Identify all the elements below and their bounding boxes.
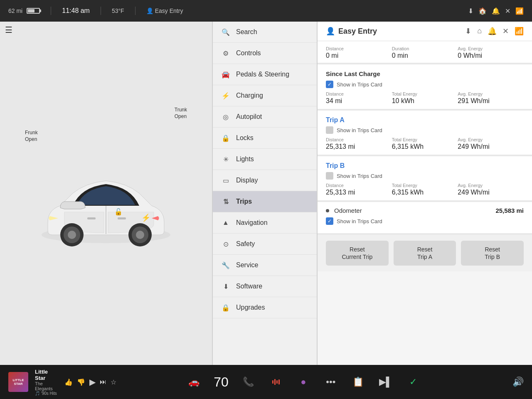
trip-a-checkbox[interactable] — [326, 126, 333, 134]
menu-label-safety: Safety — [236, 240, 255, 248]
menu-item-controls[interactable]: ⚙ Controls — [213, 43, 317, 64]
reset-trip-b-button[interactable]: Reset Trip B — [461, 241, 524, 266]
menu-item-display[interactable]: ▭ Display — [213, 170, 317, 191]
status-icons: ⬇ 🏠 🔔 ✕ 📶 — [468, 7, 524, 15]
service-icon: 🔧 — [221, 261, 230, 270]
notes-taskbar-icon[interactable]: 📋 — [351, 374, 366, 389]
trips-title: 👤 Easy Entry — [326, 27, 377, 36]
easy-entry-distance: Distance 0 mi — [326, 46, 392, 59]
signal-status-icon: 📶 — [515, 7, 524, 15]
since-charge-section: Since Last Charge ✓ Show in Trips Card D… — [318, 64, 532, 111]
bell-status-icon[interactable]: 🔔 — [492, 7, 500, 15]
star-button[interactable]: ☆ — [111, 378, 116, 386]
controls-icon: ⚙ — [221, 49, 230, 58]
hamburger-icon[interactable]: ☰ — [5, 25, 12, 35]
battery-icon — [27, 8, 40, 14]
media-taskbar-icon[interactable]: ▶▌ — [378, 374, 393, 389]
since-charge-avg-energy: Avg. Energy 291 Wh/mi — [458, 91, 524, 105]
music-artist: The Elegants — [35, 381, 58, 391]
menu-item-software[interactable]: ⬇ Software — [213, 276, 317, 297]
lights-icon: ✳ — [221, 155, 230, 164]
volume-icon[interactable]: 🔊 — [512, 377, 524, 387]
menu-item-charging[interactable]: ⚡ Charging — [213, 85, 317, 106]
svg-rect-2 — [87, 217, 96, 219]
menu-item-pedals[interactable]: 🚘 Pedals & Steering — [213, 64, 317, 85]
trip-b-checkbox[interactable] — [326, 172, 333, 180]
bell-trips-icon[interactable]: 🔔 — [488, 27, 497, 36]
x-trips-icon[interactable]: ✕ — [502, 27, 509, 36]
frunk-label: Frunk Open — [25, 130, 38, 143]
menu-item-locks[interactable]: 🔒 Locks — [213, 128, 317, 149]
menu-item-upgrades[interactable]: 🔒 Upgrades — [213, 297, 317, 318]
menu-item-lights[interactable]: ✳ Lights — [213, 149, 317, 170]
odometer-checkbox[interactable]: ✓ — [326, 217, 333, 225]
trip-b-section: Trip B Show in Trips Card Distance 25,31… — [318, 156, 532, 202]
since-charge-checkbox[interactable]: ✓ — [326, 81, 333, 88]
reset-current-trip-button[interactable]: Reset Current Trip — [326, 241, 389, 266]
menu-label-controls: Controls — [236, 49, 261, 57]
svg-point-6 — [68, 231, 76, 239]
svg-point-9 — [136, 231, 144, 239]
speed-display: 70 — [214, 374, 229, 390]
music-source: 🎵 '90s Hits — [35, 391, 58, 396]
reset-trip-a-button[interactable]: Reset Trip A — [394, 241, 456, 266]
autopilot-icon: ◎ — [221, 112, 230, 121]
safety-icon: ⊙ — [221, 239, 230, 249]
odometer-show-label: Show in Trips Card — [337, 218, 382, 224]
signal-trips-icon: 📶 — [515, 27, 524, 36]
status-temp: 53°F — [112, 7, 124, 14]
trip-a-show-row[interactable]: Show in Trips Card — [326, 126, 524, 134]
easy-entry-stats: Distance 0 mi Duration 0 min Avg. Energy… — [326, 46, 524, 59]
car-taskbar-icon[interactable]: 🚗 — [186, 374, 201, 389]
camera-taskbar-icon[interactable]: ● — [296, 374, 311, 389]
music-taskbar-icon[interactable] — [268, 374, 283, 389]
pedals-icon: 🚘 — [221, 70, 230, 79]
music-info: Little Star The Elegants 🎵 '90s Hits — [35, 369, 58, 396]
car-panel: ☰ — [0, 22, 212, 365]
menu-panel: 🔍 Search ⚙ Controls 🚘 Pedals & Steering … — [213, 22, 317, 365]
trip-a-distance: Distance 25,313 mi — [326, 137, 392, 150]
menu-item-safety[interactable]: ⊙ Safety — [213, 234, 317, 255]
trip-b-show-row[interactable]: Show in Trips Card — [326, 172, 524, 180]
since-charge-distance: Distance 34 mi — [326, 91, 392, 105]
content-panel: 👤 Easy Entry ⬇ ⌂ 🔔 ✕ 📶 Distance 0 mi — [318, 22, 532, 365]
odometer-row: Odometer 25,583 mi — [326, 207, 524, 214]
status-profile[interactable]: 👤 Easy Entry — [146, 7, 183, 14]
menu-item-service[interactable]: 🔧 Service — [213, 255, 317, 276]
svg-rect-14 — [276, 380, 278, 384]
odometer-dot — [326, 209, 329, 212]
download-status-icon[interactable]: ⬇ — [468, 7, 473, 15]
home-status-icon[interactable]: 🏠 — [478, 7, 487, 15]
menu-item-search[interactable]: 🔍 Search — [213, 22, 317, 43]
skip-button[interactable]: ⏭ — [100, 378, 106, 386]
phone-taskbar-icon[interactable]: 📞 — [241, 374, 256, 389]
music-thumbnail: LITTLESTAR — [8, 372, 28, 392]
person-icon: 👤 — [146, 7, 153, 14]
menu-item-navigation[interactable]: ▲ Navigation — [213, 212, 317, 234]
close-status-icon[interactable]: ✕ — [505, 7, 510, 15]
odometer-value: 25,583 mi — [495, 207, 524, 214]
software-icon: ⬇ — [221, 282, 230, 291]
since-charge-show-row[interactable]: ✓ Show in Trips Card — [326, 81, 524, 88]
odometer-label: Odometer — [334, 207, 362, 214]
download-trips-icon[interactable]: ⬇ — [465, 27, 471, 36]
trunk-label: Trunk Open — [175, 107, 187, 120]
dots-taskbar-icon[interactable]: ••• — [323, 374, 338, 389]
odometer-show-row[interactable]: ✓ Show in Trips Card — [326, 217, 524, 225]
menu-item-trips[interactable]: ⇅ Trips — [213, 191, 317, 212]
easy-entry-duration: Duration 0 min — [392, 46, 458, 59]
thumbs-up-button[interactable]: 👍 — [64, 378, 73, 386]
menu-label-autopilot: Autopilot — [236, 113, 262, 121]
navigation-icon: ▲ — [221, 218, 230, 227]
check-taskbar-icon[interactable]: ✓ — [406, 374, 421, 389]
trip-b-show-label: Show in Trips Card — [337, 173, 382, 179]
home-trips-icon[interactable]: ⌂ — [477, 27, 482, 36]
reset-buttons-section: Reset Current Trip Reset Trip A Reset Tr… — [318, 235, 532, 271]
display-icon: ▭ — [221, 176, 230, 185]
person-trips-icon: 👤 — [326, 27, 335, 36]
thumbs-down-button[interactable]: 👎 — [77, 378, 85, 386]
trip-a-name: Trip A — [326, 116, 524, 124]
menu-item-autopilot[interactable]: ◎ Autopilot — [213, 106, 317, 128]
play-button[interactable]: ▶ — [89, 377, 96, 387]
svg-text:⚡: ⚡ — [141, 213, 151, 222]
